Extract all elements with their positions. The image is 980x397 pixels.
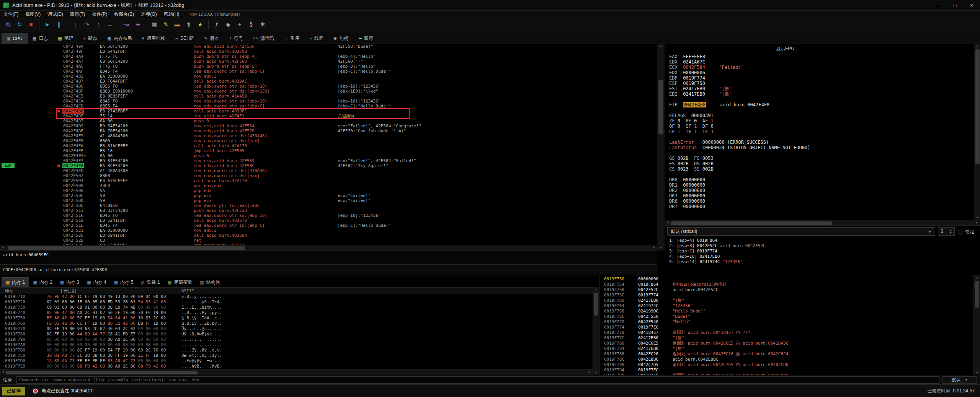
disasm-row[interactable]: 0042F504E8 67ACFFFFcall acid burn.42A170	[0, 178, 657, 183]
disasm-row[interactable]: 0042F4ACFF75 F8push dword ptr ss:[ebp-8]…	[0, 64, 657, 69]
step-into-icon[interactable]: ↓	[70, 19, 81, 30]
dump-row[interactable]: 0019F770DC FF 19 00 93 63 2C 02 40 63 2C…	[0, 326, 222, 332]
dump-row[interactable]: 0019F780DC FF 19 00 44 89 AA 77 C8 A1 FD…	[0, 332, 222, 337]
restart-icon[interactable]: ↻	[14, 19, 25, 30]
show-fpu-button[interactable]: 显示FPU	[776, 46, 794, 52]
dump-tab-struct[interactable]: ▥结构体	[196, 277, 224, 287]
dump-tab-memory-1[interactable]: ▦内存 1	[2, 277, 29, 287]
register-line[interactable]: ZF 0 PF 0 AF 1	[669, 118, 810, 124]
register-line[interactable]: CF 1 TF 1 IF 1	[669, 129, 810, 134]
disasm-row[interactable]: 0042F4BC8D55 F0lea edx,dword ptr ss:[ebp…	[0, 84, 657, 89]
dump-tab-locals[interactable]: ▤局部变量	[164, 277, 196, 287]
disasm-row[interactable]: 0042F49FE8 6442FDFFcall acid burn.403708	[0, 49, 657, 54]
register-line[interactable]: DR2 00000000	[669, 188, 810, 193]
register-line[interactable]: EDI 02417EB0 "|撸"	[669, 91, 810, 97]
memory-map-icon[interactable]: ▦	[149, 19, 160, 30]
dump-tab-memory-2[interactable]: ▦内存 2	[29, 277, 56, 287]
disasm-vertical-scrollbar[interactable]: ▲ ▼	[657, 44, 665, 251]
stack-row[interactable]: 0019F78C0042E8BCacid burn.0042E8BC	[600, 357, 788, 362]
disasm-row[interactable]: 0042F50D59pop ecxecx:"Failed!"	[0, 198, 657, 203]
settings-icon[interactable]: ✱	[257, 19, 268, 30]
disasm-row[interactable]: 0042F4F8BA 8CF54200mov edx,acid burn.42F…	[0, 163, 657, 168]
dump-row[interactable]: 0019F7C030 B1 A8 77 5C 3B 3B 00 30 FF 19…	[0, 353, 222, 358]
disasm-row[interactable]: 0042F4B7E8 F044FDFFcall acid burn.4039AC	[0, 79, 657, 84]
register-line[interactable]: EAX FFFFFFFB	[669, 54, 810, 59]
tab-script[interactable]: ✎脚本	[199, 33, 224, 44]
disasm-row[interactable]: 0042F50E64:8910mov dword ptr fs:[eax],ed…	[0, 203, 657, 208]
dump-row[interactable]: 0019F72002 02 00 00 1E 00 05 00 FD 53 2B…	[0, 299, 222, 305]
highlighter-icon[interactable]: ▬	[172, 19, 183, 30]
tab-seh-chain[interactable]: ∞SEH链	[170, 33, 199, 44]
menu-item-1[interactable]: 视图(V)	[22, 11, 44, 18]
disasm-row[interactable]: 0042F519E8 5241FDFFcall acid burn.403670	[0, 218, 657, 223]
disasm-row[interactable]: 0042F4BF8B83 E0010000mov eax,dword ptr d…	[0, 89, 657, 94]
stack-row[interactable]: 0019F7640241974C"123456"	[600, 303, 788, 309]
register-line[interactable]: DR7 00000000	[669, 204, 810, 209]
stack-row[interactable]: 0019F75C0019F774	[600, 293, 788, 298]
argument-row[interactable]: 3: [esp+C] 0019F774	[669, 249, 766, 254]
stack-row[interactable]: 0019F7900042C7D5返回到 acid burn.0042C7D5 自…	[600, 362, 788, 368]
register-line[interactable]: DR6 00000000	[669, 198, 810, 204]
step-out-icon[interactable]: ↑	[93, 19, 104, 30]
scrollbar-thumb[interactable]	[658, 80, 663, 134]
disasm-row[interactable]: 0042F4D0E8 2745FDFFcall acid burn.4039FC	[0, 109, 657, 114]
register-line[interactable]	[669, 172, 810, 177]
disasm-row[interactable]: 0042F4A4FF75 FCpush dword ptr ss:[ebp-4]…	[0, 54, 657, 59]
stack-row[interactable]: 0019F76002417EB0"|撸"	[600, 298, 788, 303]
register-line[interactable]: LastError 00000000 (ERROR_SUCCESS)	[669, 140, 810, 145]
dump-tab-memory-5[interactable]: ▦内存 5	[110, 277, 137, 287]
registers-vertical-scrollbar[interactable]: ▲ ▼	[974, 44, 980, 220]
register-line[interactable]: EFLAGS 00000391	[669, 113, 810, 118]
disasm-row[interactable]: 0042F52BC3ret	[0, 238, 657, 243]
register-line[interactable]	[669, 134, 810, 140]
disasm-row[interactable]: 0042F4EFEB 18jmp acid burn.42F509	[0, 148, 657, 153]
register-line[interactable]: ESI 02417EB0 "|撸"	[669, 86, 810, 91]
tab-source[interactable]: <>源代码	[248, 33, 279, 44]
tab-call-stack[interactable]: ≡调用堆栈	[137, 33, 170, 44]
run-to-cursor-icon[interactable]: →	[105, 19, 115, 30]
register-line[interactable]: EIP 0042F4F8 acid burn.0042F4F8	[669, 102, 810, 107]
calling-convention-select[interactable]: 默认 (stdcall) ▼	[667, 227, 935, 236]
dump-row[interactable]: 0019F7E000 00 00 00 68 FD 42 00 00 A0 2C…	[0, 364, 222, 369]
disasm-row[interactable]: 0042F4D76A 00push 0	[0, 119, 657, 124]
menu-item-4[interactable]: 插件(P)	[88, 11, 111, 18]
stack-row[interactable]: 0019F7700042F540"Hello"	[600, 319, 788, 325]
argument-row[interactable]: 2: [esp+8] 0042F52C acid burn.0042F52C	[669, 243, 766, 249]
pause-icon[interactable]: ∥	[54, 19, 64, 30]
disasm-row[interactable]: 0042F50933C0xor eax,eax	[0, 183, 657, 188]
command-mode-select[interactable]: 默认 ▼	[942, 376, 977, 384]
disasm-row[interactable]: 0042F50C59pop ecxecx:"Failed!"	[0, 193, 657, 198]
disasm-row[interactable]: 0042F521BA 03000000mov edx,3	[0, 228, 657, 233]
disasm-row[interactable]: 0042F4FDA1 480A4300mov eax,dword ptr ds:…	[0, 168, 657, 173]
scrollbar-thumb[interactable]	[671, 221, 832, 225]
stack-row[interactable]: 0019F76C0042F550"Dude!"	[600, 314, 788, 319]
calculator-icon[interactable]: ÷	[234, 19, 245, 30]
argument-count-stepper[interactable]: 5 ▲▼	[938, 227, 955, 236]
minimize-button[interactable]: —	[929, 0, 946, 11]
dump-row[interactable]: 0019F79000 00 00 00 00 00 00 00 00 A0 2C…	[0, 337, 222, 342]
stack-row[interactable]: 0019F78402417EB0"|撸"	[600, 346, 788, 351]
disasm-rows[interactable]: 0042F49ABA 50F54200mov edx,acid burn.42F…	[0, 44, 657, 245]
dump-vertical-scrollbar[interactable]: ▲ ▼	[593, 287, 599, 375]
trace-into-icon[interactable]: ↝	[121, 19, 132, 30]
disasm-row[interactable]: 0042F4D575 1Ajne acid burn.42F4F1关键跳转	[0, 114, 657, 119]
dump-row[interactable]: 0019F7B000 00 00 00 8C FF 19 00 E4 FF 19…	[0, 348, 222, 353]
graph-icon[interactable]: ◈	[223, 19, 234, 30]
register-line[interactable]	[669, 107, 810, 113]
disasm-row[interactable]: 0042F4E3A1 480A4300mov eax,dword ptr ds:…	[0, 133, 657, 138]
register-line[interactable]: DR1 00000000	[669, 182, 810, 188]
stack-row[interactable]: 0019F7800042C6E5返回到 acid burn.0042C6E5 自…	[600, 341, 788, 346]
scrollbar-thumb[interactable]	[975, 281, 979, 308]
dump-row[interactable]: 0019F760FB 03 42 00 CC FF 19 00 80 32 42…	[0, 321, 222, 326]
disasm-row[interactable]: 0042F4DEBA 70F54200mov edx,acid burn.42F…	[0, 129, 657, 133]
register-line[interactable]: CS 0023 SS 002B	[669, 166, 810, 172]
register-line[interactable]	[669, 150, 810, 156]
menu-item-6[interactable]: 选项(O)	[137, 11, 160, 18]
disasm-row[interactable]: 0042F526E8 6941FDFFcall acid burn.403694	[0, 233, 657, 238]
stack-row[interactable]: 0019F7540019F864指向SEH_Record[1]的指针	[600, 282, 788, 287]
disasm-horizontal-scrollbar[interactable]: ◄ ►	[0, 245, 657, 251]
dump-tab-watch-1[interactable]: ◎监视 1	[137, 277, 164, 287]
disasm-row[interactable]: 0042F4F3B9 84F54200mov ecx,acid burn.42F…	[0, 158, 657, 163]
argument-row[interactable]: 4: [esp+10] 02417EB0	[669, 254, 766, 259]
dump-row[interactable]: 0019F7A000 00 00 00 00 00 00 00 00 00 00…	[0, 342, 222, 348]
